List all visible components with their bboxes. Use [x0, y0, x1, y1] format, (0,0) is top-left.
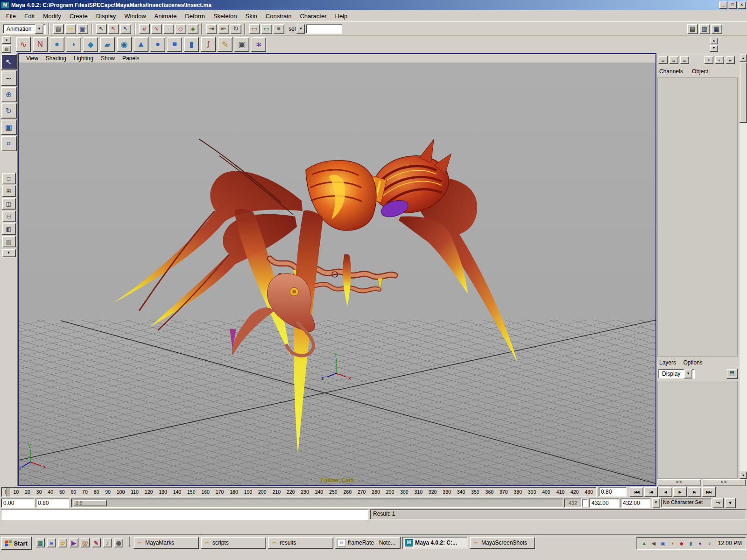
particles-icon[interactable]: ∗ — [251, 37, 266, 52]
animation-end-field[interactable] — [620, 498, 650, 508]
range-slider-track[interactable]: 0.8 — [71, 498, 563, 508]
layer-list[interactable] — [657, 381, 738, 479]
show-manipulator-tool-icon[interactable]: ¤ — [1, 136, 17, 151]
layout-more-button[interactable]: ▾ — [2, 249, 16, 257]
shelf-tabs-menu-button[interactable]: ▾ — [2, 36, 11, 44]
render-globals-icon[interactable]: ≡ — [273, 24, 284, 34]
show-tool-settings-icon[interactable]: ▥ — [699, 24, 710, 34]
menu-create[interactable]: Create — [65, 11, 92, 21]
shelf-scroll-down-button[interactable]: ▾ — [710, 45, 718, 52]
mail-icon[interactable]: @ — [80, 538, 90, 547]
new-scene-icon[interactable]: ▤ — [53, 24, 64, 34]
panel-menu-panels[interactable]: Panels — [119, 55, 143, 62]
quick-select-input[interactable] — [306, 24, 342, 34]
panel-menu-lighting[interactable]: Lighting — [70, 55, 97, 62]
current-time-field[interactable] — [599, 487, 627, 497]
media-player-icon[interactable]: ▶ — [69, 538, 78, 547]
output-connections-icon[interactable]: ⇤ — [218, 24, 229, 34]
nurbs-plane-icon[interactable]: ▰ — [100, 37, 115, 52]
menu-file[interactable]: File — [2, 11, 20, 21]
layout-outliner-persp-icon[interactable]: ▥ — [2, 236, 16, 247]
snap-to-planes-icon[interactable]: ◇ — [175, 24, 186, 34]
task-button-mayascreenshots[interactable]: ▱MayaScreenShots — [470, 537, 535, 549]
task-button-results[interactable]: ▱results — [268, 537, 333, 549]
ep-curve-tool-icon[interactable]: ∿ — [16, 37, 31, 52]
restore-button[interactable]: □ — [728, 1, 737, 9]
go-to-start-button[interactable]: |◀◀ — [629, 487, 643, 497]
start-button[interactable]: Start — [1, 537, 32, 550]
nurbs-circle-icon[interactable]: ◉ — [117, 37, 132, 52]
snap-to-points-icon[interactable]: ∙ — [163, 24, 174, 34]
internet-explorer-icon[interactable]: e — [47, 538, 56, 547]
menu-skin[interactable]: Skin — [241, 11, 261, 21]
perspective-viewport-panel[interactable]: ViewShadingLightingShowPanels — [18, 53, 656, 486]
settings-icon[interactable]: ◉ — [114, 538, 123, 547]
move-tool-icon[interactable]: ⊕ — [1, 87, 17, 102]
select-by-hierarchy-icon[interactable]: ↖ — [96, 24, 107, 34]
menu-character[interactable]: Character — [296, 11, 331, 21]
launch-folder-icon[interactable]: ▱ — [58, 538, 67, 547]
pane-previous-button[interactable]: << — [657, 479, 701, 486]
layout-two-pane-stacked-icon[interactable]: ⊟ — [2, 210, 16, 222]
menu-display[interactable]: Display — [92, 11, 120, 21]
layout-single-pane-icon[interactable]: □ — [2, 173, 16, 184]
menu-window[interactable]: Window — [120, 11, 150, 21]
menu-animate[interactable]: Animate — [150, 11, 181, 21]
expand-panel-icon[interactable]: ▸ — [726, 56, 735, 64]
layer-edit-icon[interactable]: ▤ — [726, 369, 738, 379]
construction-history-icon[interactable]: ↻ — [230, 24, 241, 34]
panel-menu-shading[interactable]: Shading — [42, 55, 70, 62]
tray-network-icon[interactable]: ▮ — [687, 539, 695, 547]
range-end-marker[interactable] — [582, 499, 588, 507]
music-icon[interactable]: ♪ — [103, 538, 112, 547]
curve-point-icon[interactable]: ʃ — [201, 37, 216, 52]
scale-tool-icon[interactable]: ▣ — [1, 119, 17, 135]
lasso-tool-icon[interactable]: ∽ — [1, 70, 17, 86]
save-scene-icon[interactable]: ▣ — [77, 24, 88, 34]
nurbs-surface-icon[interactable]: ◆ — [83, 37, 98, 52]
tray-sound-icon[interactable]: ♪ — [706, 539, 713, 547]
layout-three-pane-icon[interactable]: ◧ — [2, 223, 16, 235]
character-set-selector[interactable]: No Character Set — [661, 498, 712, 508]
nurbs-cone-icon[interactable]: ◗ — [66, 37, 81, 52]
viewport-3d-scene[interactable]: Y x z Y x z — [19, 63, 655, 485]
render-view-icon[interactable]: ▭ — [249, 24, 260, 34]
set-key-icon[interactable]: ⊸ — [712, 498, 724, 508]
scroll-down-icon[interactable]: ▼ — [740, 471, 747, 479]
current-time-indicator[interactable] — [6, 488, 10, 497]
character-menu-icon[interactable]: ▾ — [725, 498, 736, 508]
tray-scheduler-icon[interactable]: ◑ — [669, 539, 676, 547]
go-to-end-button[interactable]: ▶▶| — [702, 487, 716, 497]
task-button-mayamarks[interactable]: ▱MayaMarks — [134, 537, 199, 549]
nurbs-sphere-icon[interactable]: ● — [49, 37, 64, 52]
step-back-frame-button[interactable]: |◀ — [644, 487, 658, 497]
character-dropdown-icon[interactable]: ▼ — [652, 498, 660, 508]
title-bar[interactable]: M Maya 4.0.2: C:\Program Files\SPECapc\M… — [0, 0, 747, 10]
channel-layout-icon-3[interactable]: ≣ — [680, 56, 689, 64]
playback-end-field[interactable] — [589, 498, 619, 508]
animation-start-field[interactable] — [1, 498, 35, 508]
insect-model[interactable] — [114, 136, 517, 455]
menu-modify[interactable]: Modify — [39, 11, 65, 21]
play-forward-button[interactable]: ▶ — [673, 487, 687, 497]
playback-start-field[interactable] — [35, 498, 69, 508]
step-forward-key-button[interactable]: ▶| — [687, 487, 701, 497]
show-attribute-editor-icon[interactable]: ▤ — [687, 24, 698, 34]
show-desktop-icon[interactable]: ▦ — [35, 538, 45, 547]
scrollbar-thumb[interactable] — [740, 62, 747, 123]
paint-select-icon[interactable]: ✦ — [704, 56, 713, 64]
layout-four-pane-icon[interactable]: ⊞ — [2, 185, 16, 197]
channel-layout-icon-2[interactable]: ≣ — [669, 56, 678, 64]
knife-tool-icon[interactable]: ✎ — [218, 37, 233, 52]
menu-edit[interactable]: Edit — [20, 11, 39, 21]
menu-skeleton[interactable]: Skeleton — [209, 11, 241, 21]
menu-help[interactable]: Help — [331, 11, 352, 21]
select-tool-icon[interactable]: ↖ — [1, 54, 17, 70]
task-button-scripts[interactable]: ▱scripts — [201, 537, 266, 549]
sel-chevron-down-icon[interactable]: ▾ — [296, 24, 305, 34]
tab-channels[interactable]: Channels — [659, 68, 683, 75]
cv-curve-tool-icon[interactable]: N — [33, 37, 48, 52]
snap-to-grids-icon[interactable]: # — [139, 24, 150, 34]
poly-cylinder-icon[interactable]: ▮ — [184, 37, 199, 52]
make-live-icon[interactable]: ◈ — [187, 24, 198, 34]
